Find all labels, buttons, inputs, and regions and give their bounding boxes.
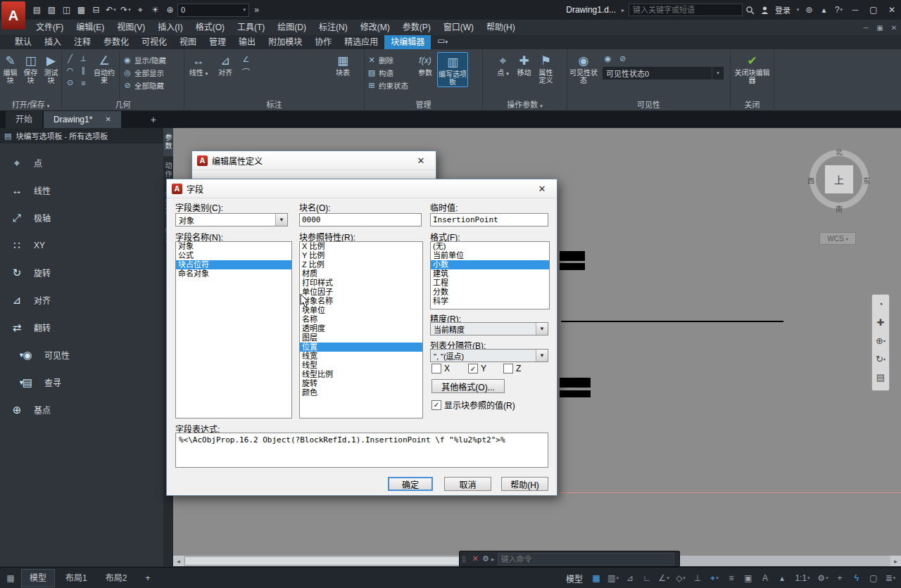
alert-icon[interactable]: ▴ [817, 3, 831, 17]
menu-view[interactable]: 视图(V) [111, 20, 151, 35]
tab-block-editor[interactable]: 块编辑器 [384, 35, 431, 49]
aligned-dimension-button[interactable]: ⊿ 对齐 [213, 52, 237, 77]
point-parameter-button[interactable]: ⌖ 点 ▾ [494, 52, 512, 77]
model-space-label[interactable]: 模型 [566, 573, 583, 584]
parallel-icon[interactable]: ∥ [77, 65, 89, 76]
palette-item-rotation[interactable]: ↻旋转 [0, 259, 163, 286]
tab-output[interactable]: 输出 [232, 35, 262, 49]
help-icon[interactable]: ?▾ [831, 3, 846, 17]
annotation-monitor-icon[interactable]: + [832, 571, 848, 585]
tab-addins[interactable]: 附加模块 [262, 35, 308, 49]
menu-file[interactable]: 文件(F) [30, 20, 70, 35]
list-item[interactable]: 对象 [176, 242, 291, 251]
wcs-dropdown[interactable]: WCS▾ [819, 232, 856, 245]
format-listbox[interactable]: (无) 当前单位 小数 建筑 工程 分数 科学 [430, 241, 550, 309]
menu-edit[interactable]: 编辑(E) [70, 20, 111, 35]
panel-label-action-params[interactable]: 操作参数 ▾ [483, 99, 567, 111]
ortho-icon[interactable]: ∟ [639, 571, 655, 585]
point-icon[interactable]: ⌖ [133, 3, 148, 17]
viewcube-top-face[interactable]: 上 [824, 165, 854, 194]
menu-draw[interactable]: 绘图(D) [271, 20, 313, 35]
undo-icon[interactable]: ↶▾ [103, 3, 118, 17]
menu-modify[interactable]: 修改(M) [354, 20, 396, 35]
snap-mode-icon[interactable]: ▥▾ [605, 571, 621, 585]
list-item-selected[interactable]: 位置 [300, 343, 422, 352]
list-item[interactable]: 图层 [300, 333, 422, 343]
move-action-button[interactable]: ✚ 移动 [515, 52, 534, 77]
field-expression-box[interactable]: %<\AcObjProp.16.2 Object(?BlockRefId,1).… [175, 433, 548, 468]
app-store-icon[interactable]: ⊚ [802, 3, 817, 17]
authoring-palettes-button[interactable]: ▥ 编写选项板 [437, 52, 468, 87]
precision-dropdown[interactable]: 当前精度▼ [430, 322, 548, 335]
selection-cycling-icon[interactable]: ▣ [741, 571, 756, 585]
plot-icon[interactable]: ⊟ [89, 3, 103, 17]
panel-label-dimensional[interactable]: 标注 [184, 99, 364, 111]
close-icon[interactable]: ✕ [532, 184, 552, 194]
block-geometry-rect[interactable] [560, 390, 591, 397]
scroll-right-icon[interactable]: ▸ [890, 556, 901, 566]
list-item[interactable]: (无) [431, 242, 549, 251]
panel-label-geometry[interactable]: 几何 [62, 99, 184, 111]
redo-icon[interactable]: ↷▾ [118, 3, 133, 17]
customize-icon[interactable]: ≣▾ [883, 571, 898, 585]
command-input[interactable] [498, 553, 674, 565]
tab-view[interactable]: 视图 [173, 35, 203, 49]
layout-grid-icon[interactable]: ▦ [3, 571, 18, 585]
cancel-button[interactable]: 取消 [444, 477, 491, 491]
list-item-selected[interactable]: 块占位符 [176, 260, 291, 269]
layout2-tab[interactable]: 布局2 [98, 569, 135, 587]
application-menu-button[interactable]: A [1, 1, 25, 30]
lineweight-icon[interactable]: ≡ [724, 571, 739, 585]
open-folder-icon[interactable]: ▨ [44, 3, 59, 17]
file-tab-start[interactable]: 开始 [6, 111, 42, 128]
make-invisible-icon[interactable]: ⊘ [617, 53, 629, 64]
list-item[interactable]: 分数 [431, 288, 549, 297]
list-item[interactable]: 材质 [300, 269, 422, 279]
palette-item-basepoint[interactable]: ⊕基点 [0, 396, 163, 423]
list-item[interactable]: 工程 [431, 279, 549, 288]
sun-properties-icon[interactable]: ☀ [148, 3, 163, 17]
orbit-icon[interactable]: ↻▾ [872, 350, 889, 368]
palette-tab-parameters[interactable]: 参数 [163, 128, 173, 156]
field-category-dropdown[interactable]: 对象▼ [175, 213, 288, 226]
file-tab-drawing1[interactable]: Drawing1* ✕ [44, 111, 121, 128]
block-properties-listbox[interactable]: X 比例 Y 比例 Z 比例 材质 打印样式 单位因子 对象名称 块单位 名称 … [299, 241, 423, 418]
menu-window[interactable]: 窗口(W) [437, 20, 480, 35]
showmotion-icon[interactable]: ▤ [872, 368, 889, 386]
autoscale-icon[interactable]: ▴ [774, 571, 790, 585]
list-item[interactable]: 命名对象 [176, 269, 291, 279]
list-item[interactable]: 名称 [300, 315, 422, 324]
list-item[interactable]: Y 比例 [300, 251, 422, 260]
palette-item-flip[interactable]: ⇄翻转 [0, 314, 163, 341]
show-all-button[interactable]: ◎全部显示 [122, 67, 166, 78]
search-icon[interactable] [743, 3, 757, 17]
parameters-button[interactable]: f(x) 参数 [413, 52, 437, 77]
delete-constraints-button[interactable]: ✕删除 [367, 54, 413, 65]
show-hide-button[interactable]: ◉显示/隐藏 [122, 54, 166, 65]
preview-value-input[interactable] [430, 213, 548, 226]
tab-visualize[interactable]: 可视化 [135, 35, 173, 49]
angular-constraint-icon[interactable]: ∠ [240, 54, 252, 65]
viewcube-east-label[interactable]: 东 [863, 175, 870, 186]
annotation-visibility-icon[interactable]: A [757, 571, 773, 585]
block-geometry-rect[interactable] [560, 263, 585, 270]
osnap-tracking-icon[interactable]: ⊥ [690, 571, 705, 585]
test-block-button[interactable]: ▶ 测试块 [42, 52, 61, 84]
list-item-selected[interactable]: 小数 [431, 260, 549, 269]
sign-in-label[interactable]: 登录 [775, 4, 790, 15]
list-item[interactable]: 块单位 [300, 306, 422, 315]
construction-line[interactable] [560, 492, 901, 493]
show-block-ref-checkbox[interactable]: ✓显示块参照的值(R) [431, 399, 515, 411]
visibility-states-button[interactable]: ◉ 可见性状态 [569, 52, 598, 84]
axis-z-checkbox[interactable]: Z [503, 364, 521, 373]
menu-insert[interactable]: 插入(I) [151, 20, 189, 35]
other-formats-button[interactable]: 其他格式(O)... [431, 379, 505, 393]
list-item[interactable]: 线宽 [300, 352, 422, 361]
help-button[interactable]: 帮助(H) [501, 477, 548, 491]
panel-label-manage[interactable]: 管理 [365, 99, 482, 111]
file-tab-close-icon[interactable]: ✕ [105, 111, 111, 128]
list-item[interactable]: 科学 [431, 297, 549, 306]
radial-constraint-icon[interactable]: ⌒ [240, 66, 252, 77]
minimize-button[interactable]: ─ [846, 2, 864, 18]
checkbox-box[interactable]: ✓ [468, 364, 478, 373]
